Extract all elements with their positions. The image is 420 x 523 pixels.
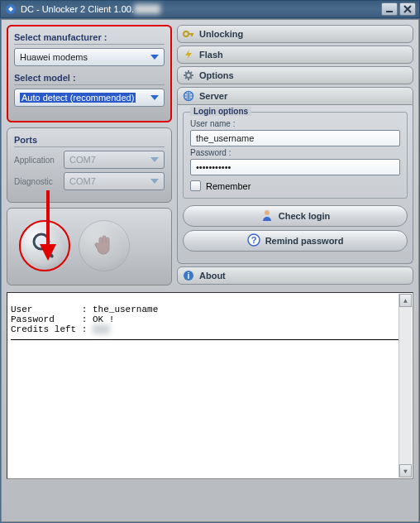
- window-title: DC - Unlocker 2 Client 1.00.: [21, 4, 134, 14]
- info-icon: i: [183, 270, 194, 281]
- log-line: User : the_username: [11, 305, 158, 314]
- model-combo[interactable]: Auto detect (recommended): [14, 89, 165, 107]
- stop-button[interactable]: [79, 220, 130, 271]
- app-body: Select manufacturer : Huawei modems Sele…: [1, 19, 419, 522]
- tab-options[interactable]: Options: [177, 66, 413, 84]
- svg-point-5: [184, 31, 189, 36]
- diagnostic-port-label: Diagnostic: [14, 177, 60, 186]
- tab-flash[interactable]: Flash: [177, 46, 413, 64]
- app-icon: [4, 2, 17, 16]
- ports-label: Ports: [14, 135, 165, 147]
- diagnostic-port-value: COM7: [69, 176, 96, 186]
- manufacturer-value: Huawei modems: [20, 52, 88, 62]
- svg-rect-4: [45, 249, 54, 258]
- remind-password-button[interactable]: ? Remind password: [183, 230, 408, 252]
- svg-text:i: i: [188, 271, 190, 281]
- application-port-label: Application: [14, 156, 60, 165]
- remember-checkbox[interactable]: [190, 180, 201, 191]
- login-options-legend: Login options: [190, 107, 251, 116]
- flash-icon: [183, 49, 194, 60]
- tab-flash-label: Flash: [199, 50, 223, 60]
- minimize-button[interactable]: [381, 2, 398, 16]
- tab-server[interactable]: Server: [177, 87, 413, 105]
- svg-rect-1: [386, 11, 393, 12]
- remind-password-label: Remind password: [265, 236, 344, 246]
- manufacturer-label: Select manufacturer :: [14, 32, 165, 45]
- server-panel: Login options User name : Password : Rem…: [177, 105, 413, 264]
- chevron-down-icon: [147, 152, 162, 167]
- big-buttons-panel: [7, 208, 172, 285]
- globe-icon: [183, 90, 194, 102]
- window-title-version-blurred: 0000: [134, 4, 160, 14]
- tab-options-label: Options: [199, 70, 234, 80]
- model-label: Select model :: [14, 73, 165, 85]
- log-line: Credits left :: [11, 324, 93, 334]
- tab-unlocking[interactable]: Unlocking: [177, 25, 413, 43]
- tab-unlocking-label: Unlocking: [199, 29, 243, 39]
- check-login-label: Check login: [279, 211, 330, 221]
- close-button[interactable]: [399, 2, 416, 16]
- ports-panel: Ports Application COM7 Diagnostic COM7: [7, 127, 172, 203]
- check-login-button[interactable]: Check login: [183, 205, 408, 227]
- detect-button[interactable]: [19, 220, 70, 271]
- chevron-down-icon: [147, 174, 162, 189]
- username-input[interactable]: [190, 130, 400, 146]
- remember-label: Remember: [206, 181, 251, 191]
- svg-point-6: [186, 73, 191, 78]
- credits-blurred: 00: [93, 324, 110, 334]
- log-line: Password : OK !: [11, 314, 114, 324]
- login-options-fieldset: Login options User name : Password : Rem…: [183, 112, 408, 199]
- scroll-up-button[interactable]: ▲: [399, 294, 412, 307]
- svg-point-8: [265, 210, 270, 215]
- magnifier-icon: [31, 231, 59, 261]
- hand-stop-icon: [92, 233, 117, 259]
- svg-text:?: ?: [251, 235, 256, 245]
- scroll-down-button[interactable]: ▼: [399, 464, 412, 477]
- tab-server-label: Server: [199, 91, 227, 101]
- model-value: Auto detect (recommended): [20, 93, 136, 103]
- key-icon: [183, 28, 194, 40]
- titlebar: DC - Unlocker 2 Client 1.00. 0000: [0, 0, 420, 18]
- manufacturer-combo[interactable]: Huawei modems: [14, 48, 165, 66]
- password-input[interactable]: [190, 159, 400, 175]
- scrollbar[interactable]: ▲ ▼: [399, 294, 412, 477]
- user-icon: [260, 209, 274, 223]
- gear-icon: [183, 70, 194, 81]
- diagnostic-port-combo[interactable]: COM7: [64, 172, 165, 190]
- application-port-value: COM7: [69, 155, 96, 165]
- manufacturer-model-panel: Select manufacturer : Huawei modems Sele…: [7, 25, 172, 122]
- tab-about-label: About: [199, 271, 226, 281]
- username-label: User name :: [190, 119, 400, 128]
- application-port-combo[interactable]: COM7: [64, 151, 165, 169]
- chevron-down-icon: [147, 50, 162, 65]
- chevron-down-icon: [147, 90, 162, 105]
- log-textarea[interactable]: User : the_username Password : OK ! Cred…: [7, 292, 413, 479]
- svg-point-3: [36, 237, 46, 247]
- tab-about[interactable]: i About: [177, 266, 413, 285]
- question-icon: ?: [247, 233, 260, 248]
- password-label: Password :: [190, 148, 400, 157]
